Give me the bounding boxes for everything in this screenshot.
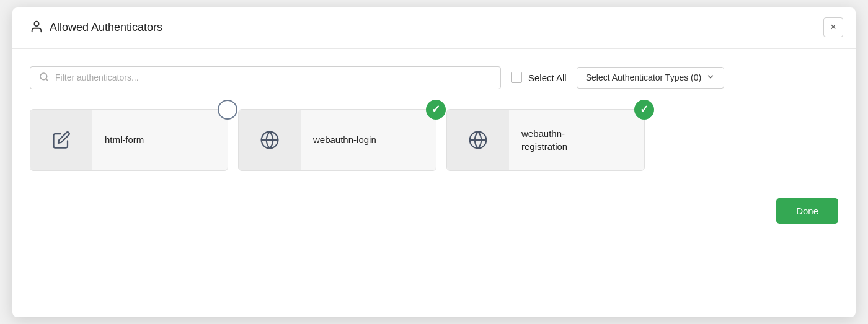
done-button[interactable]: Done [776,198,838,224]
select-all-label: Select All [528,72,567,83]
auth-card-webauthn-registration[interactable]: webauthn-registration [446,109,645,171]
modal-footer: Done [12,188,856,239]
card-selector-webauthn-login[interactable] [426,100,446,120]
card-selector-html-form[interactable] [218,100,237,120]
selected-indicator-registration [634,100,654,120]
auth-card-icon-area-login [239,110,301,170]
svg-line-2 [46,79,48,81]
card-selector-webauthn-registration[interactable] [634,100,654,120]
auth-card-label-html-form: html-form [92,133,156,146]
filter-row: Select All Select Authenticator Types (0… [30,66,838,89]
auth-card-html-form[interactable]: html-form [30,109,228,171]
auth-card-icon-area-registration [447,110,509,170]
auth-card-label-webauthn-registration: webauthn-registration [509,127,580,153]
select-all-area: Select All [511,72,567,83]
auth-card-label-webauthn-login: webauthn-login [301,133,389,146]
auth-card-icon-area [30,110,92,170]
search-icon [39,72,49,84]
selected-indicator [426,100,446,120]
chevron-down-icon [706,72,715,83]
type-dropdown[interactable]: Select Authenticator Types (0) [577,67,725,89]
unselected-indicator [218,100,237,120]
search-input[interactable] [55,72,492,82]
user-icon [30,20,43,36]
select-all-checkbox[interactable] [511,72,522,83]
authenticators-list: html-form webauthn-login [30,109,838,171]
modal: Allowed Authenticators × Select All [12,7,856,317]
search-box [30,66,501,89]
svg-point-0 [34,21,38,25]
auth-card-webauthn-login[interactable]: webauthn-login [238,109,436,171]
modal-title: Allowed Authenticators [50,21,162,34]
close-button[interactable]: × [823,17,843,37]
type-dropdown-label: Select Authenticator Types (0) [586,72,702,82]
modal-header: Allowed Authenticators × [12,7,856,49]
modal-body: Select All Select Authenticator Types (0… [12,49,856,188]
